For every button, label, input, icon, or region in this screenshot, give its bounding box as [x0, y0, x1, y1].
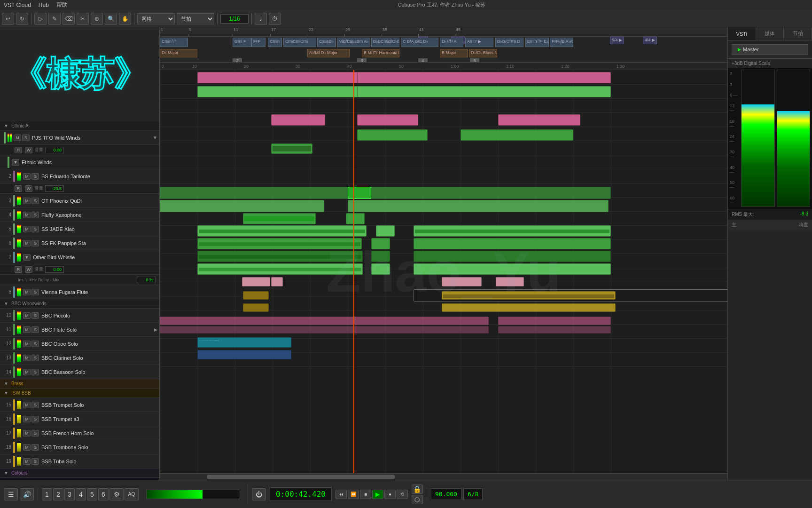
track-row-bbc-flute[interactable]: 11 M S BBC Flute Solo ▶ — [0, 323, 159, 337]
solo-btn[interactable]: S — [31, 212, 39, 218]
cut-tool[interactable]: ✂ — [77, 13, 89, 25]
clip-bs-eduardo-3[interactable] — [498, 114, 580, 126]
track-num-5[interactable]: 5 — [87, 488, 97, 500]
track-row-bs-eduardo[interactable]: 2 M S BS Eduardo Tarilonte — [0, 169, 159, 183]
track-row-vienna[interactable]: 8 M S Vienna Fugara Flute — [0, 285, 159, 299]
clip-bbc-oboe-3[interactable] — [414, 238, 611, 249]
clip-bbc-flute-3[interactable] — [414, 225, 611, 237]
clip-colours-2[interactable] — [498, 317, 611, 325]
grid-select[interactable]: 网格 — [137, 13, 175, 24]
write-btn[interactable]: W — [25, 266, 32, 273]
fold-icon[interactable]: ▼ — [4, 381, 9, 387]
solo-btn[interactable]: S — [31, 289, 39, 295]
track-num-3[interactable]: 3 — [64, 488, 75, 500]
track-row-bbc-oboe[interactable]: 12 M S BBC Oboe Solo — [0, 337, 159, 351]
track-row-fluffy[interactable]: 4 M S Fluffy Xaxophone — [0, 208, 159, 222]
rewind-btn[interactable]: ⏪ — [348, 490, 359, 499]
read-btn[interactable]: R — [15, 266, 22, 273]
play-btn[interactable]: ▶ — [372, 490, 383, 499]
clip-top-pink-2[interactable] — [357, 72, 611, 83]
track-row-bs-fk[interactable]: 6 M S BS FK Panpipe Sta — [0, 236, 159, 250]
clip-bs-eduardo-1[interactable] — [271, 114, 325, 126]
clip-bbc-flute-2[interactable] — [376, 225, 395, 237]
clip-bsb-trumpet-solo-1[interactable] — [243, 291, 269, 300]
write-btn[interactable]: W — [25, 147, 32, 153]
clip-bs-eduardo-2[interactable] — [357, 114, 418, 126]
tab-beat[interactable]: 节拍 — [784, 27, 812, 40]
glue-tool[interactable]: ⊕ — [91, 13, 103, 25]
mute-btn[interactable]: M — [23, 430, 31, 437]
mute-btn[interactable]: M — [23, 355, 31, 361]
mute-btn[interactable]: M — [23, 341, 31, 347]
solo-btn[interactable]: S — [31, 458, 39, 465]
stop-btn[interactable]: ■ — [360, 490, 371, 499]
solo-btn[interactable]: S — [31, 444, 39, 451]
power-btn[interactable]: ⏻ — [252, 488, 266, 500]
track-row-bbc-clarinet[interactable]: 13 M S BBC Clarinet Solo — [0, 351, 159, 365]
track-row-tuba[interactable]: 19 M S BSB Tuba Solo — [0, 454, 159, 468]
fold-icon[interactable]: ▼ — [4, 301, 9, 307]
track-row-ethnic-winds[interactable]: ▼ Ethnic Winds — [0, 155, 159, 169]
solo-btn[interactable]: S — [31, 402, 39, 408]
mute-btn[interactable]: M — [14, 135, 21, 141]
solo-btn[interactable]: S — [31, 430, 39, 437]
clip-bsb-french-big[interactable] — [442, 303, 616, 312]
clip-colours-1[interactable] — [160, 317, 489, 325]
master-btn[interactable]: Master — [732, 44, 808, 55]
solo-btn[interactable]: S — [31, 369, 39, 375]
clip-vienna-full[interactable] — [160, 187, 611, 199]
solo-btn[interactable]: S — [31, 326, 39, 333]
track-row-pjs[interactable]: M S PJS TFO Wild Winds ▼ — [0, 131, 159, 145]
click-enable-btn[interactable]: ◯ — [412, 495, 423, 504]
solo-btn[interactable]: S — [31, 198, 39, 204]
h-scrollbar-thumb[interactable] — [207, 475, 395, 479]
h-scrollbar[interactable] — [160, 473, 727, 480]
fold-btn[interactable]: ▼ — [12, 159, 19, 166]
solo-btn[interactable]: S — [31, 240, 39, 246]
clip-bbc-bassoon-2[interactable] — [371, 263, 390, 275]
mute-btn[interactable]: M — [23, 444, 31, 451]
tab-media[interactable]: 媒体 — [756, 27, 784, 40]
solo-btn[interactable]: S — [31, 341, 39, 347]
clip-bbc-bassoon-3[interactable] — [414, 263, 611, 275]
clip-bbc-piccolo-1[interactable] — [243, 213, 316, 224]
menu-item-hub[interactable]: Hub — [39, 2, 49, 8]
clip-brass-trumpet-4[interactable] — [496, 277, 524, 286]
clip-pjs-2[interactable] — [357, 86, 611, 97]
clip-bbc-ww-1[interactable] — [160, 200, 324, 212]
clip-bsb-trumpet-big[interactable] — [442, 291, 616, 300]
rewind-start-btn[interactable]: ⏮ — [336, 490, 347, 499]
clip-pjs-1[interactable] — [197, 86, 362, 97]
mute-btn[interactable]: M — [23, 326, 31, 333]
clip-top-pink-1[interactable] — [197, 72, 362, 83]
clip-brass-trumpet-3[interactable] — [442, 277, 482, 286]
fold-btn[interactable]: ▼ — [23, 254, 31, 261]
clip-bbc-clarinet-3[interactable] — [414, 251, 611, 262]
clip-bbc-bassoon-1[interactable] — [197, 263, 363, 275]
aq-btn[interactable]: AQ — [125, 488, 139, 500]
menu-item-vst-cloud[interactable]: VST Cloud — [4, 2, 31, 8]
solo-btn[interactable]: S — [31, 416, 39, 422]
clip-bbc-piccolo-2[interactable] — [346, 213, 365, 224]
clip-brass-trumpet-2[interactable] — [271, 277, 283, 286]
clip-vienna-marker[interactable] — [348, 187, 371, 199]
track-row-bbc-bassoon[interactable]: 14 M S BBC Bassoon Solo — [0, 365, 159, 379]
mute-btn[interactable]: M — [23, 458, 31, 465]
clip-bbc-oboe-2[interactable] — [371, 238, 390, 249]
clip-bsb-french-1[interactable] — [243, 303, 269, 312]
track-row-trumpet-a3[interactable]: 16 M S BSB Trumpet a3 — [0, 412, 159, 426]
track-row-french-horn[interactable]: 17 M S BSB French Horn Solo — [0, 426, 159, 440]
mute-btn[interactable]: M — [23, 212, 31, 218]
solo-btn[interactable]: S — [31, 312, 39, 319]
loop-btn[interactable]: ⟲ — [397, 490, 408, 499]
track-row-ss-jade[interactable]: 5 M S SS JADE Xiao — [0, 222, 159, 236]
scroll-tool[interactable]: ✋ — [119, 13, 131, 25]
clip-bbc-clarinet-1[interactable] — [197, 251, 363, 262]
clip-ot-phoenix-1[interactable] — [357, 129, 428, 141]
mute-btn[interactable]: M — [23, 226, 31, 232]
erase-tool[interactable]: ⌫ — [62, 13, 75, 25]
track-row-trombone[interactable]: 18 M S BSB Trombone Solo — [0, 440, 159, 454]
redo-btn[interactable]: ↻ — [16, 13, 28, 25]
menu-btn[interactable]: ☰ — [4, 488, 18, 500]
track-expand[interactable]: ▼ — [153, 135, 157, 140]
